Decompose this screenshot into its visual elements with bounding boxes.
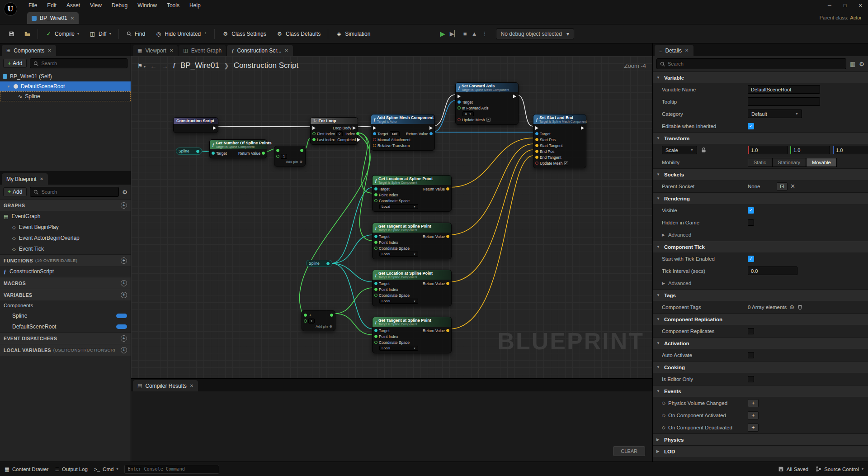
- menu-window[interactable]: Window: [132, 0, 162, 11]
- row-rendering-advanced[interactable]: ▶ Advanced: [653, 228, 868, 241]
- forward-axis-select[interactable]: X▼: [462, 111, 474, 116]
- mobility-movable-button[interactable]: Movable: [806, 158, 837, 167]
- node-get-tangent-at-spline-point-2[interactable]: f Get Tangent at Spline Point Target is …: [372, 317, 452, 353]
- node-set-start-and-end[interactable]: f Set Start and End Target is Spline Mes…: [533, 114, 586, 168]
- node-int-operator-2[interactable]: ＋ 1 Add pin⊕: [302, 310, 335, 331]
- unreal-engine-logo[interactable]: U: [4, 2, 17, 16]
- asset-tab-bp-wire01[interactable]: BP_Wire01 ✕: [27, 12, 79, 24]
- exec-out-pin[interactable]: [513, 95, 516, 98]
- operand-b-pin[interactable]: [276, 155, 279, 158]
- output-log-button[interactable]: ≣ Output Log: [55, 466, 88, 472]
- section-variables[interactable]: VARIABLES +: [0, 289, 131, 300]
- source-control-button[interactable]: Source Control ▾: [816, 466, 863, 472]
- node-spline-variable-2[interactable]: Spline: [306, 260, 332, 267]
- row-constructionscript[interactable]: ƒ ConstructionScript: [0, 266, 131, 277]
- section-cooking[interactable]: ▼Cooking: [653, 361, 868, 373]
- return-value-pin[interactable]: [446, 329, 449, 332]
- point-index-pin[interactable]: [374, 241, 377, 244]
- trash-icon[interactable]: [797, 304, 803, 310]
- coordinate-space-pin[interactable]: [374, 294, 377, 297]
- lock-icon[interactable]: [701, 147, 707, 153]
- section-physics[interactable]: ▶Physics: [653, 433, 868, 445]
- browse-button[interactable]: [20, 29, 34, 39]
- row-variable-defaultsceneroot[interactable]: DefaultSceneRoot: [0, 321, 131, 332]
- content-drawer-button[interactable]: ▦ Content Drawer: [5, 466, 48, 472]
- update-mesh-pin[interactable]: [458, 118, 461, 121]
- compile-button[interactable]: ✓ Compile ▾: [41, 28, 83, 39]
- section-variable[interactable]: ▼Variable: [653, 71, 868, 83]
- return-value-pin[interactable]: [446, 235, 449, 238]
- row-event-actorbeginoverlap[interactable]: ◇ Event ActorBeginOverlap: [0, 233, 131, 243]
- target-pin[interactable]: [373, 132, 376, 135]
- exec-out-pin[interactable]: [429, 126, 433, 130]
- add-event-button[interactable]: ＋: [748, 399, 759, 407]
- close-icon[interactable]: ✕: [40, 176, 43, 181]
- return-value-pin[interactable]: [262, 152, 265, 155]
- bookmark-icon[interactable]: ⚑ ▾: [137, 62, 146, 69]
- node-get-location-at-spline-point-2[interactable]: f Get Location at Spline Point Target is…: [372, 270, 452, 306]
- coordinate-space-pin[interactable]: [374, 247, 377, 250]
- blueprint-graph-canvas[interactable]: ⚑ ▾ ← → ƒ BP_Wire01 ❯ Construction Scrip…: [131, 56, 652, 378]
- is-editor-only-checkbox[interactable]: [748, 376, 754, 382]
- target-pin[interactable]: [535, 132, 538, 135]
- close-button[interactable]: ✕: [853, 0, 868, 11]
- details-search[interactable]: [656, 58, 846, 69]
- scale-x-input[interactable]: [748, 146, 788, 154]
- in-forward-axis-pin[interactable]: [458, 106, 461, 109]
- add-dispatcher-icon[interactable]: +: [121, 335, 127, 342]
- target-pin[interactable]: [374, 235, 377, 238]
- compile-dropdown-icon[interactable]: ▾: [77, 32, 79, 36]
- nav-forward-icon[interactable]: →: [161, 62, 168, 70]
- expander-icon[interactable]: ▼: [6, 85, 11, 89]
- section-events[interactable]: ▼Events: [653, 385, 868, 397]
- coordinate-space-select[interactable]: Local▼: [379, 299, 418, 304]
- menu-asset[interactable]: Asset: [61, 0, 85, 11]
- parent-class-link[interactable]: Actor: [850, 15, 862, 20]
- end-pos-pin[interactable]: [535, 150, 538, 153]
- update-mesh-checkbox[interactable]: ✓: [486, 118, 491, 122]
- display-filter-icon[interactable]: ▦: [850, 61, 855, 67]
- close-icon[interactable]: ✕: [285, 48, 288, 53]
- add-tag-icon[interactable]: ⊕: [789, 304, 794, 310]
- simulation-button[interactable]: ◈ Simulation: [331, 28, 374, 39]
- exec-in-pin[interactable]: [535, 126, 538, 130]
- mobility-static-button[interactable]: Static: [748, 158, 772, 167]
- scale-mode-select[interactable]: Scale▼: [662, 146, 697, 154]
- section-functions[interactable]: FUNCTIONS (19 OVERRIDABLE) +: [0, 254, 131, 266]
- spline-out-pin[interactable]: [196, 150, 199, 153]
- tab-my-blueprint[interactable]: My Blueprint ✕: [2, 173, 48, 185]
- section-event-dispatchers[interactable]: EVENT DISPATCHERS +: [0, 332, 131, 344]
- minimize-button[interactable]: ─: [822, 0, 837, 11]
- components-search[interactable]: [30, 58, 127, 68]
- console-command-input[interactable]: [127, 466, 216, 471]
- section-tags[interactable]: ▼Tags: [653, 289, 868, 301]
- scale-y-input[interactable]: [790, 146, 830, 154]
- section-transform[interactable]: ▼Transform: [653, 132, 868, 144]
- add-pin-button[interactable]: Add pin⊕: [304, 324, 333, 329]
- target-pin[interactable]: [374, 282, 377, 285]
- coordinate-space-pin[interactable]: [374, 341, 377, 344]
- tooltip-input[interactable]: [748, 97, 820, 106]
- gear-icon[interactable]: ⚙: [122, 189, 127, 195]
- menu-tools[interactable]: Tools: [162, 0, 184, 11]
- add-component-button[interactable]: + Add: [3, 59, 27, 68]
- return-value-pin[interactable]: [446, 187, 449, 190]
- node-get-location-at-spline-point-1[interactable]: f Get Location at Spline Point Target is…: [372, 175, 452, 212]
- maximize-button[interactable]: □: [837, 0, 853, 11]
- close-icon[interactable]: ✕: [47, 48, 51, 53]
- node-for-loop[interactable]: ↻For Loop Loop Body First Index0 Index L…: [310, 117, 358, 145]
- section-activation[interactable]: ▼Activation: [653, 337, 868, 349]
- exec-in-pin[interactable]: [312, 126, 316, 130]
- close-icon[interactable]: ✕: [685, 48, 689, 53]
- update-mesh-checkbox[interactable]: ✓: [564, 161, 568, 165]
- operand-a-pin[interactable]: [304, 314, 307, 317]
- save-button[interactable]: [5, 29, 19, 39]
- close-tab-icon[interactable]: ✕: [71, 16, 74, 21]
- menu-debug[interactable]: Debug: [107, 0, 132, 11]
- return-value-pin[interactable]: [429, 132, 433, 135]
- row-event-beginplay[interactable]: ◇ Event BeginPlay: [0, 222, 131, 233]
- add-function-icon[interactable]: +: [121, 257, 127, 264]
- auto-activate-checkbox[interactable]: [748, 352, 754, 358]
- my-blueprint-search[interactable]: [30, 187, 119, 197]
- menu-edit[interactable]: Edit: [42, 0, 61, 11]
